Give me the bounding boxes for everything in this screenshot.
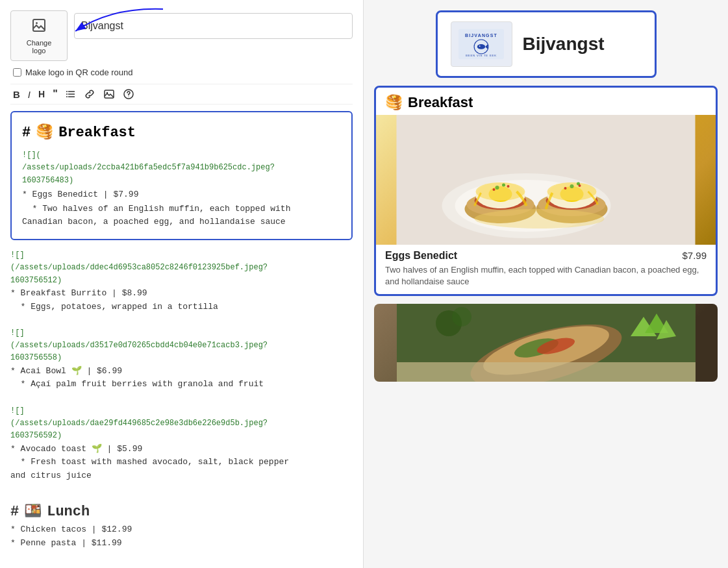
heading-button[interactable]: H bbox=[38, 89, 45, 99]
bold-button[interactable]: B bbox=[13, 89, 20, 100]
lunch-item1: * Chicken tacos | $12.99 bbox=[10, 523, 353, 537]
item4-text: * Avocado toast 🌱 | $5.99 bbox=[10, 443, 353, 456]
item2-text: * Breakfast Burrito | $8.99 bbox=[10, 287, 353, 301]
make-logo-round-label: Make logo in QR code round bbox=[25, 68, 132, 77]
item4-link: ![](/assets/uploads/dae29fd449685c2e98e3… bbox=[10, 405, 353, 443]
link-button[interactable] bbox=[84, 88, 95, 100]
svg-point-16 bbox=[477, 44, 485, 49]
svg-point-12 bbox=[128, 96, 129, 97]
image-button[interactable] bbox=[103, 88, 115, 100]
burrito-svg bbox=[397, 304, 696, 382]
item1-text: * Eggs Benedict | $7.99 bbox=[22, 188, 341, 202]
svg-point-37 bbox=[570, 184, 574, 188]
svg-point-36 bbox=[502, 184, 505, 187]
lunch-emoji: 🍱 bbox=[24, 500, 42, 523]
svg-point-6 bbox=[66, 91, 68, 92]
logo-preview: BIJVANGST BEEN VIS TE EEK Bijvangst bbox=[436, 10, 657, 78]
svg-point-51 bbox=[452, 307, 471, 327]
breakfast-emoji: 🥞 bbox=[36, 121, 53, 144]
change-logo-button[interactable]: Changelogo bbox=[10, 10, 68, 61]
svg-point-18 bbox=[479, 45, 481, 47]
svg-point-2 bbox=[36, 22, 38, 24]
item1-description-row: Eggs Benedict $7.99 bbox=[376, 245, 716, 264]
burrito-preview-card bbox=[374, 304, 718, 382]
lunch-items: * Chicken tacos | $12.99 * Penne pasta |… bbox=[10, 523, 353, 550]
italic-button[interactable]: I bbox=[28, 89, 31, 100]
restaurant-name-input[interactable] bbox=[74, 13, 353, 39]
item1-desc-display: Two halves of an English muffin, each to… bbox=[376, 264, 716, 294]
make-logo-row: Make logo in QR code round bbox=[10, 68, 353, 77]
logo-name-display: Bijvangst bbox=[523, 34, 605, 55]
heading-hash: # bbox=[22, 121, 31, 144]
svg-point-40 bbox=[507, 185, 510, 188]
breakfast-card-emoji: 🥞 bbox=[385, 94, 403, 111]
help-button[interactable] bbox=[123, 88, 134, 100]
item2-desc: * Eggs, potatoes, wrapped in a tortilla bbox=[10, 301, 353, 314]
svg-point-10 bbox=[107, 92, 108, 93]
make-logo-round-checkbox[interactable] bbox=[13, 68, 21, 77]
editor-toolbar: B I H " bbox=[10, 84, 353, 105]
top-bar: Changelogo bbox=[10, 10, 353, 61]
logo-fish-svg: BIJVANGST BEEN VIS TE EEK bbox=[458, 28, 504, 60]
logo-image-box: BIJVANGST BEEN VIS TE EEK bbox=[451, 21, 512, 67]
breakfast-heading: # 🥞 Breakfast bbox=[22, 121, 341, 144]
breakfast-card-title: Breakfast bbox=[408, 94, 473, 111]
svg-point-42 bbox=[579, 184, 581, 187]
item1-name-display: Eggs Benedict bbox=[385, 250, 457, 262]
eggs-benedict-svg bbox=[376, 115, 716, 245]
change-logo-label: Changelogo bbox=[27, 39, 52, 55]
eggs-benedict-image bbox=[376, 115, 716, 245]
svg-rect-1 bbox=[33, 19, 45, 31]
logo-icon bbox=[31, 18, 47, 36]
lunch-title: Lunch bbox=[47, 500, 90, 523]
svg-point-39 bbox=[493, 188, 496, 191]
svg-point-41 bbox=[564, 187, 567, 190]
lunch-hash: # bbox=[10, 500, 19, 523]
item1-desc: * Two halves of an English muffin, each … bbox=[22, 203, 341, 230]
svg-text:BEEN VIS TE EEK: BEEN VIS TE EEK bbox=[466, 54, 497, 57]
item4-desc: * Fresh toast with mashed avocado, salt,… bbox=[10, 456, 353, 483]
quote-button[interactable]: " bbox=[53, 88, 58, 100]
item1-link: ![](/assets/uploads/2ccba421b6fa5edc5f7a… bbox=[22, 149, 341, 187]
lunch-heading: # 🍱 Lunch bbox=[10, 500, 353, 523]
lunch-item2: * Penne pasta | $11.99 bbox=[10, 537, 353, 550]
item2-link: ![](/assets/uploads/ddec4d6953ca8052c824… bbox=[10, 249, 353, 287]
right-panel: BIJVANGST BEEN VIS TE EEK Bijvangst 🥞 Br… bbox=[364, 0, 728, 568]
burrito-image bbox=[374, 304, 718, 382]
item3-link: ![](/assets/uploads/d3517e0d70265cbdd4cb… bbox=[10, 327, 353, 365]
breakfast-preview-card: 🥞 Breakfast bbox=[374, 86, 718, 296]
breakfast-card-header: 🥞 Breakfast bbox=[376, 88, 716, 115]
breakfast-title: Breakfast bbox=[58, 121, 136, 144]
svg-point-8 bbox=[66, 96, 68, 97]
editor-rest[interactable]: ![](/assets/uploads/ddec4d6953ca8052c824… bbox=[10, 247, 353, 552]
svg-point-35 bbox=[496, 186, 499, 190]
item1-price-display: $7.99 bbox=[682, 250, 707, 261]
svg-rect-49 bbox=[397, 362, 696, 382]
svg-text:BIJVANGST: BIJVANGST bbox=[465, 33, 497, 38]
editor-content-box[interactable]: # 🥞 Breakfast ![](/assets/uploads/2ccba4… bbox=[10, 111, 353, 240]
svg-point-43 bbox=[475, 209, 605, 228]
svg-point-7 bbox=[66, 93, 68, 95]
left-panel: Changelogo Make logo in QR code round B … bbox=[0, 0, 364, 568]
item3-text: * Acai Bowl 🌱 | $6.99 bbox=[10, 365, 353, 378]
item3-desc: * Açaí palm fruit berries with granola a… bbox=[10, 378, 353, 391]
list-button[interactable] bbox=[66, 89, 76, 99]
